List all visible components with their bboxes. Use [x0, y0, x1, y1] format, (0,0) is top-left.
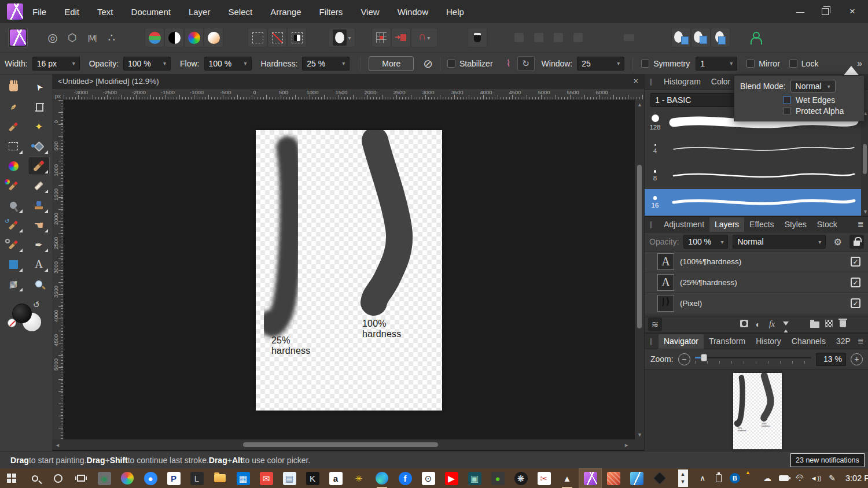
taskbar-file-explorer[interactable]	[208, 468, 231, 488]
tab-color[interactable]: Color	[706, 75, 735, 89]
tab-adjustment[interactable]: Adjustment	[659, 217, 709, 232]
paint-brush-tool[interactable]	[28, 157, 50, 175]
taskbar-search[interactable]	[23, 468, 46, 488]
layer-opacity-dropdown[interactable]: 100 %▾	[683, 235, 728, 249]
tray-clock[interactable]: 3:02 PM	[840, 468, 868, 488]
menu-file[interactable]: File	[31, 5, 47, 19]
pen-tool[interactable]: ✒	[28, 235, 50, 254]
tab-histogram[interactable]: Histogram	[659, 75, 706, 89]
tray-defender[interactable]	[743, 468, 759, 488]
menu-text[interactable]: Text	[96, 5, 115, 19]
auto-white-balance-button[interactable]	[204, 28, 223, 47]
window-stabilizer-button[interactable]: ↻	[517, 56, 535, 71]
taskbar-scroll-icon[interactable]: ▲▼	[678, 469, 688, 487]
tray-volume[interactable]: ◄))	[808, 468, 824, 488]
gradient-tool[interactable]	[2, 157, 24, 175]
auto-levels-button[interactable]	[145, 28, 164, 47]
menu-filters[interactable]: Filters	[318, 5, 344, 19]
taskbar-cortana[interactable]	[46, 468, 69, 488]
horizontal-scroll-thumb[interactable]	[243, 442, 438, 447]
taskbar-inkscape[interactable]	[648, 468, 671, 488]
auto-colours-button[interactable]	[184, 28, 204, 47]
snapping-button[interactable]: ∩ ▾	[411, 28, 437, 47]
layer-blend-dropdown[interactable]: Normal▾	[733, 235, 826, 249]
delete-layer-icon[interactable]	[836, 320, 849, 329]
taskbar-walmart[interactable]: ✳	[347, 468, 370, 488]
brush-dynamics-icon[interactable]: ⊘	[423, 57, 433, 71]
tray-hidden-icons[interactable]: ∧	[694, 468, 711, 488]
brush-row-8[interactable]: 8	[645, 162, 861, 189]
no-colour-icon[interactable]	[8, 319, 16, 327]
erase-brush-tool[interactable]	[28, 176, 50, 195]
zoom-slider-thumb[interactable]	[701, 354, 707, 361]
taskbar-l-app[interactable]: L	[185, 468, 208, 488]
menu-layer[interactable]: Layer	[187, 5, 212, 19]
flow-dropdown[interactable]: 100 %▾	[204, 57, 252, 71]
taskbar-start[interactable]	[0, 468, 23, 488]
selection-brush-tool[interactable]	[2, 117, 24, 136]
mask-crop-button[interactable]	[671, 28, 691, 47]
tab-styles[interactable]: Styles	[779, 217, 812, 232]
layer-stack-icon[interactable]: ≋	[648, 317, 662, 331]
brush-row-4[interactable]: 4	[645, 136, 861, 162]
vertical-scroll-thumb[interactable]	[637, 165, 642, 328]
tray-onedrive[interactable]: ☁	[759, 468, 775, 488]
mask-center-button[interactable]	[711, 28, 730, 47]
taskbar-notes-app[interactable]: ▤	[278, 468, 301, 488]
navigator-thumbnail[interactable]: 25%hardness 100%hardness	[733, 373, 782, 449]
adjustment-layer-icon[interactable]: ◐	[751, 320, 765, 329]
document-tab[interactable]: <Untitled> [Modified] (12.9%)	[58, 77, 159, 86]
layer-row[interactable]: A(25%¶hardness)✓	[645, 272, 868, 293]
zoom-out-button[interactable]: −	[678, 353, 690, 365]
tray-battery[interactable]	[775, 468, 792, 488]
brush-scrollbar[interactable]: ▲ ▼	[861, 109, 868, 216]
text-tool[interactable]: A	[28, 255, 50, 273]
canvas-viewport[interactable]: 25%hardness 100%hardness	[64, 100, 635, 439]
symmetry-count-dropdown[interactable]: 1▾	[696, 57, 737, 71]
taskbar-youtube[interactable]: ▶	[440, 468, 463, 488]
undo-brush-tool[interactable]: ↺	[2, 216, 24, 234]
taskbar-snip-app[interactable]: ✂	[532, 468, 556, 488]
liquify-persona-button[interactable]: ◎	[43, 28, 62, 47]
brush-row-16[interactable]: 16	[645, 189, 861, 216]
move-tool[interactable]: ➤	[28, 78, 50, 97]
taskbar-affinity-photo[interactable]	[579, 468, 602, 488]
account-button[interactable]	[745, 28, 765, 47]
tab-stock[interactable]: Stock	[812, 217, 843, 232]
tray-bluetooth[interactable]: B	[727, 468, 743, 488]
invert-selection-button[interactable]	[287, 28, 307, 47]
layer-visibility-checkbox[interactable]: ✓	[851, 257, 860, 267]
vertical-scrollbar[interactable]: ▲ ▼	[635, 100, 644, 439]
taskbar-mountain-app[interactable]: ▲	[556, 468, 579, 488]
taskbar-dark-dot-app[interactable]: ●	[486, 468, 509, 488]
menu-view[interactable]: View	[359, 5, 380, 19]
lock-checkbox[interactable]: Lock	[789, 59, 819, 68]
layer-visibility-checkbox[interactable]: ✓	[851, 278, 860, 287]
more-button[interactable]: More	[369, 56, 414, 71]
deselect-button[interactable]	[267, 28, 287, 47]
menu-edit[interactable]: Edit	[63, 5, 80, 19]
layer-row[interactable]: (Pixel)✓	[645, 293, 868, 313]
new-pixel-layer-icon[interactable]	[822, 320, 836, 329]
mask-layer-icon[interactable]	[737, 320, 751, 329]
view-tool[interactable]	[2, 78, 24, 97]
colour-replacement-brush-tool[interactable]	[2, 176, 24, 195]
menu-document[interactable]: Document	[130, 5, 172, 19]
mask-layer-button[interactable]: ▾	[329, 28, 355, 47]
taskbar-calendar[interactable]: ▦	[231, 468, 255, 488]
taskbar-edge[interactable]	[370, 468, 393, 488]
minimize-button[interactable]: —	[794, 7, 807, 16]
taskbar-taskbar-scroll[interactable]: ▲▼	[671, 468, 694, 488]
dodge-brush-tool[interactable]	[2, 196, 24, 215]
menu-window[interactable]: Window	[396, 5, 429, 19]
tab-effects[interactable]: Effects	[744, 217, 779, 232]
navigator-preview[interactable]: 25%hardness 100%hardness	[645, 369, 868, 451]
export-persona-button[interactable]: ∴	[102, 28, 122, 47]
colour-picker-tool[interactable]: ✒	[2, 98, 24, 116]
symmetry-checkbox[interactable]: Symmetry	[641, 59, 690, 68]
taskbar-obs[interactable]: ❋	[509, 468, 532, 488]
tab-navigator[interactable]: Navigator	[659, 334, 704, 349]
new-selection-button[interactable]	[248, 28, 267, 47]
tab-transform[interactable]: Transform	[704, 334, 751, 349]
new-group-icon[interactable]	[808, 320, 822, 329]
